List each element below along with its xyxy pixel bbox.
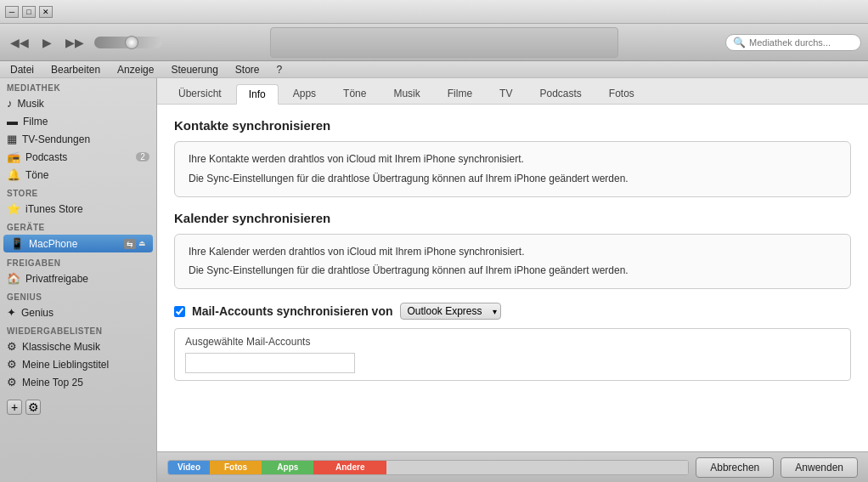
- sidebar-item-klassische-musik[interactable]: ⚙ Klassische Musik: [0, 337, 156, 355]
- sidebar-item-tv-sendungen[interactable]: ▦ TV-Sendungen: [0, 130, 156, 148]
- sidebar-label-podcasts: Podcasts: [25, 151, 67, 163]
- settings-button[interactable]: ⚙: [25, 400, 41, 415]
- sidebar-item-itunes-store[interactable]: ⭐ iTunes Store: [0, 200, 156, 218]
- sidebar-section-store: STORE: [0, 184, 156, 200]
- mail-checkbox-label: Mail-Accounts synchronisieren von: [192, 304, 393, 318]
- tab-podcasts[interactable]: Podcasts: [527, 83, 594, 104]
- storage-segment-fotos: Fotos: [210, 461, 262, 474]
- sidebar-label-genius: Genius: [21, 307, 54, 319]
- sidebar-item-musik[interactable]: ♪ Musik: [0, 94, 156, 112]
- sidebar-label-itunes-store: iTunes Store: [25, 203, 83, 215]
- toene-icon: 🔔: [7, 168, 20, 181]
- content-area: Übersicht Info Apps Töne Musik Filme TV …: [157, 78, 868, 482]
- device-eject-icon[interactable]: ⏏: [138, 239, 146, 249]
- tab-bar: Übersicht Info Apps Töne Musik Filme TV …: [157, 78, 868, 105]
- tab-tv[interactable]: TV: [487, 83, 525, 104]
- menu-store[interactable]: Store: [228, 63, 267, 77]
- filme-icon: ▬: [7, 115, 18, 128]
- freigabe-icon: 🏠: [7, 272, 20, 285]
- sidebar-item-privatfreigabe[interactable]: 🏠 Privatfreigabe: [0, 269, 156, 287]
- apply-button[interactable]: Anwenden: [781, 457, 858, 478]
- sidebar-item-macphone[interactable]: 📱 MacPhone ⇆ ⏏: [3, 235, 153, 252]
- apple-logo-box: [270, 27, 618, 58]
- sidebar-label-klassische-musik: Klassische Musik: [22, 341, 100, 353]
- cancel-button[interactable]: Abbrechen: [696, 457, 774, 478]
- tab-uebersicht[interactable]: Übersicht: [166, 83, 234, 104]
- sidebar-label-musik: Musik: [18, 98, 44, 110]
- sidebar-bottom-controls: + ⚙: [0, 394, 156, 420]
- toolbar: ◀◀ ▶ ▶▶ 🔍: [0, 24, 868, 61]
- storage-segment-free: [386, 461, 688, 474]
- sidebar-label-privatfreigabe: Privatfreigabe: [25, 273, 88, 285]
- menu-steuerung[interactable]: Steuerung: [164, 63, 224, 77]
- mail-dropdown[interactable]: Outlook Express: [400, 303, 501, 320]
- mail-accounts-checkbox[interactable]: [174, 306, 185, 317]
- sidebar-item-podcasts[interactable]: 📻 Podcasts 2: [0, 148, 156, 166]
- mail-accounts-box: Ausgewählte Mail-Accounts: [174, 328, 851, 381]
- tab-fotos[interactable]: Fotos: [596, 83, 647, 104]
- scroll-container[interactable]: Kontakte synchronisieren Ihre Kontakte w…: [157, 105, 868, 451]
- mail-accounts-label: Ausgewählte Mail-Accounts: [185, 336, 840, 348]
- podcasts-icon: 📻: [7, 150, 20, 163]
- prev-button[interactable]: ◀◀: [7, 34, 32, 51]
- store-icon: ⭐: [7, 202, 20, 215]
- apple-logo-area: [169, 27, 719, 58]
- tab-info[interactable]: Info: [236, 84, 279, 105]
- contacts-info-box: Ihre Kontakte werden drahtlos von iCloud…: [174, 141, 851, 197]
- mail-dropdown-wrapper: Outlook Express: [400, 303, 501, 320]
- contacts-line1: Ihre Kontakte werden drahtlos von iCloud…: [189, 152, 837, 167]
- menubar: Datei Bearbeiten Anzeige Steuerung Store…: [0, 61, 868, 78]
- titlebar: ─ □ ✕: [0, 0, 868, 24]
- close-button[interactable]: ✕: [39, 6, 53, 18]
- minimize-button[interactable]: ─: [5, 6, 19, 18]
- sidebar-item-meine-top-25[interactable]: ⚙ Meine Top 25: [0, 373, 156, 391]
- tab-musik[interactable]: Musik: [380, 83, 432, 104]
- menu-datei[interactable]: Datei: [3, 63, 41, 77]
- contacts-line2: Die Sync-Einstellungen für die drahtlose…: [189, 172, 837, 186]
- sidebar-section-mediathek: MEDIATHEK: [0, 78, 156, 94]
- genius-icon: ✦: [7, 306, 16, 319]
- mail-checkbox-row: Mail-Accounts synchronisieren von Outloo…: [174, 303, 851, 320]
- playlist-icon-1: ⚙: [7, 340, 17, 353]
- tv-icon: ▦: [7, 133, 17, 145]
- maximize-button[interactable]: □: [22, 6, 36, 18]
- mail-input-area: [185, 353, 355, 373]
- playlist-icon-3: ⚙: [7, 376, 17, 388]
- sidebar-section-geraete: GERÄTE: [0, 218, 156, 234]
- titlebar-controls: ─ □ ✕: [5, 6, 53, 18]
- volume-thumb: [125, 36, 138, 49]
- storage-segment-apps: Apps: [262, 461, 313, 474]
- sidebar-section-playlists: WIEDERGABELISTEN: [0, 321, 156, 337]
- storage-segment-video: Video: [168, 461, 210, 474]
- menu-anzeige[interactable]: Anzeige: [110, 63, 161, 77]
- play-button[interactable]: ▶: [39, 34, 55, 51]
- menu-help[interactable]: ?: [270, 63, 290, 77]
- storage-bar: Video Fotos Apps Andere: [167, 460, 689, 475]
- sidebar-label-meine-lieblingstitel: Meine Lieblingstitel: [22, 359, 109, 371]
- storage-segment-andere: Andere: [313, 461, 386, 474]
- sidebar-item-meine-lieblingstitel[interactable]: ⚙ Meine Lieblingstitel: [0, 355, 156, 373]
- tab-toene[interactable]: Töne: [330, 83, 379, 104]
- volume-slider[interactable]: [94, 37, 162, 48]
- calendar-line2: Die Sync-Einstellungen für die drahtlose…: [189, 264, 837, 278]
- bottom-bar: Video Fotos Apps Andere Abbrechen Anwend…: [157, 451, 868, 482]
- menu-bearbeiten[interactable]: Bearbeiten: [44, 63, 107, 77]
- playlist-icon-2: ⚙: [7, 358, 17, 371]
- tab-apps[interactable]: Apps: [280, 83, 329, 104]
- device-icon: 📱: [10, 237, 24, 250]
- device-controls: ⇆ ⏏: [124, 239, 146, 249]
- add-playlist-button[interactable]: +: [7, 400, 22, 415]
- main-layout: MEDIATHEK ♪ Musik ▬ Filme ▦ TV-Sendungen…: [0, 78, 868, 482]
- sidebar-item-filme[interactable]: ▬ Filme: [0, 112, 156, 130]
- calendar-title: Kalender synchronisieren: [174, 211, 851, 225]
- search-icon: 🔍: [733, 37, 746, 48]
- tab-filme[interactable]: Filme: [435, 83, 485, 104]
- sidebar: MEDIATHEK ♪ Musik ▬ Filme ▦ TV-Sendungen…: [0, 78, 157, 482]
- sidebar-item-genius[interactable]: ✦ Genius: [0, 303, 156, 321]
- sidebar-section-freigaben: FREIGABEN: [0, 253, 156, 269]
- next-button[interactable]: ▶▶: [62, 34, 87, 51]
- search-input[interactable]: [749, 37, 860, 48]
- podcasts-badge: 2: [136, 152, 149, 162]
- sidebar-label-toene: Töne: [25, 169, 48, 181]
- sidebar-item-toene[interactable]: 🔔 Töne: [0, 166, 156, 184]
